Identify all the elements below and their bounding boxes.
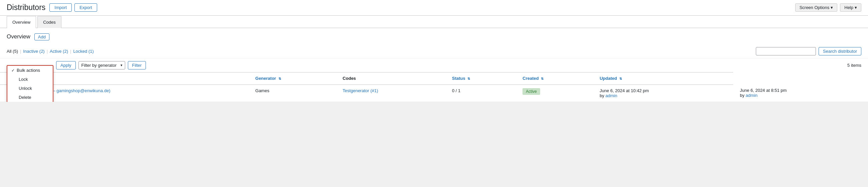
bulk-actions-item-unlock[interactable]: Unlock: [7, 84, 53, 93]
help-button[interactable]: Help ▾: [840, 3, 861, 12]
action-bar: ✓ Bulk actions Lock Unlock Delete: [0, 58, 868, 72]
import-button[interactable]: Import: [50, 3, 72, 12]
filter-generator-select[interactable]: Filter by generator: [79, 61, 125, 69]
chevron-down-icon: ▾: [831, 5, 833, 10]
filter-inactive-link[interactable]: Inactive (2): [23, 49, 44, 54]
section-title: Overview: [7, 33, 30, 40]
action-bar-left: ✓ Bulk actions Lock Unlock Delete: [7, 61, 146, 69]
screen-options-button[interactable]: Screen Options ▾: [795, 3, 838, 12]
tabs-bar: Overview Codes: [0, 16, 868, 28]
separator-3: |: [70, 49, 71, 54]
row-generator-link[interactable]: Testgenerator (#1): [343, 88, 378, 93]
bulk-actions-dropdown-open: ✓ Bulk actions Lock Unlock Delete: [7, 65, 54, 102]
created-by-link[interactable]: admin: [606, 93, 617, 98]
sort-arrows-created: ⇅: [541, 77, 544, 81]
row-generator-cell: Testgenerator (#1): [336, 85, 445, 101]
filter-locked-link[interactable]: Locked (1): [73, 49, 93, 54]
search-distributor-area: Search distributor: [756, 47, 861, 56]
bulk-actions-item-delete[interactable]: Delete: [7, 93, 53, 102]
row-label-cell: Games: [249, 85, 336, 101]
filter-generator-wrapper: Filter by generator: [79, 61, 125, 69]
table-header-row: Label ⇅ Generator ⇅ Codes Status ⇅ Creat…: [0, 72, 868, 85]
items-count: 5 items: [847, 63, 861, 68]
sort-arrows-status: ⇅: [467, 77, 470, 81]
sort-arrows-generator: ⇅: [278, 77, 281, 81]
import-export-buttons: Import Export: [50, 3, 97, 12]
filter-bar-top: All (5) | Inactive (2) | Active (2) | Lo…: [0, 44, 868, 58]
distributors-table: Label ⇅ Generator ⇅ Codes Status ⇅ Creat…: [0, 72, 868, 102]
add-button[interactable]: Add: [34, 33, 50, 40]
separator-1: |: [20, 49, 21, 54]
bulk-actions-item-default[interactable]: ✓ Bulk actions: [7, 66, 53, 75]
col-status[interactable]: Status ⇅: [445, 72, 516, 85]
search-distributor-button[interactable]: Search distributor: [818, 47, 861, 56]
row-codes-cell: 0 / 1: [445, 85, 516, 101]
sort-arrows-updated: ⇅: [619, 77, 622, 81]
filter-button[interactable]: Filter: [128, 61, 146, 69]
row-updated-cell: June 6, 2024 at 8:51 pm by admin: [733, 85, 868, 101]
chevron-down-icon: ▾: [855, 5, 857, 10]
apply-button[interactable]: Apply: [56, 61, 76, 69]
row-created-cell: June 6, 2024 at 10:42 pm by admin: [593, 85, 733, 101]
table-row: Gaming Shop (#4 – gamingshop@enwikuna.de…: [0, 85, 868, 101]
tab-codes[interactable]: Codes: [37, 16, 61, 28]
top-header: Distributors Import Export Screen Option…: [0, 0, 868, 16]
filter-links: All (5) | Inactive (2) | Active (2) | Lo…: [7, 49, 94, 54]
section-heading: Overview Add: [0, 28, 868, 44]
status-badge: Active: [523, 88, 540, 95]
col-generator[interactable]: Generator ⇅: [249, 72, 336, 85]
tab-overview[interactable]: Overview: [7, 16, 36, 28]
title-row: Distributors Import Export: [7, 3, 97, 13]
separator-2: |: [47, 49, 48, 54]
col-created[interactable]: Created ⇅: [516, 72, 593, 85]
col-updated[interactable]: Updated ⇅: [593, 72, 733, 85]
filter-all-label: All (5): [7, 49, 18, 54]
search-input[interactable]: [756, 47, 816, 56]
updated-by-link[interactable]: admin: [746, 93, 757, 98]
filter-active-link[interactable]: Active (2): [50, 49, 68, 54]
bulk-actions-item-lock[interactable]: Lock: [7, 75, 53, 84]
page-title: Distributors: [7, 3, 45, 13]
header-actions: Screen Options ▾ Help ▾: [795, 3, 861, 12]
row-status-cell: Active: [516, 85, 593, 101]
page-wrapper: Distributors Import Export Screen Option…: [0, 0, 868, 102]
export-button[interactable]: Export: [74, 3, 97, 12]
col-codes: Codes: [336, 72, 445, 85]
check-icon: ✓: [11, 68, 15, 73]
